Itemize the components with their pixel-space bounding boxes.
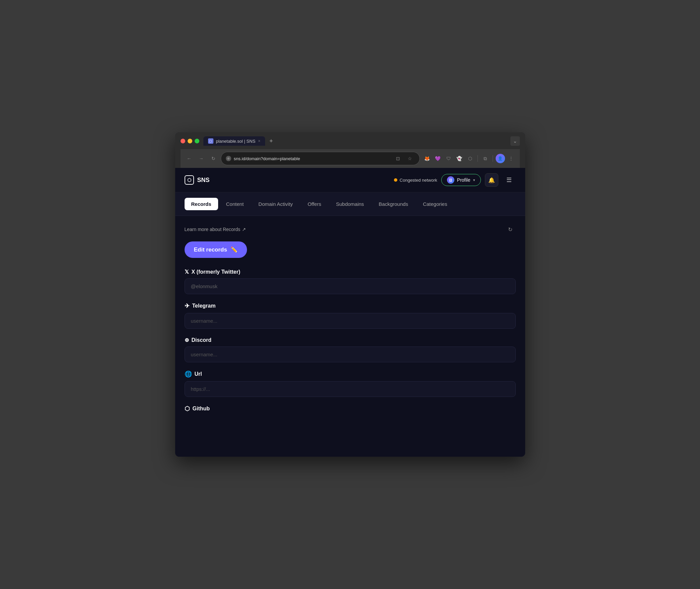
twitter-label: 𝕏 X (formerly Twitter) (185, 269, 516, 275)
traffic-lights (181, 139, 199, 143)
edit-records-label: Edit records (194, 246, 227, 253)
nav-right: Congested network 🖼 Profile ▾ 🔔 ☰ (394, 173, 516, 187)
pencil-icon: ✏️ (231, 246, 238, 253)
telegram-input[interactable] (185, 313, 516, 329)
main-content: Learn more about Records ↗ ↻ Edit record… (175, 216, 525, 428)
refresh-icon: ↻ (508, 226, 512, 233)
toolbar-divider-2 (493, 155, 493, 162)
logo: ⬡ SNS (185, 175, 210, 185)
bookmark-icon[interactable]: ☆ (405, 154, 415, 163)
app-content: ⬡ SNS Congested network 🖼 Profile ▾ 🔔 ☰ (175, 168, 525, 457)
telegram-label: ✈ Telegram (185, 302, 516, 310)
logo-icon: ⬡ (185, 175, 194, 185)
tab-content[interactable]: Content (219, 198, 251, 210)
cast-icon[interactable]: ⊡ (393, 154, 403, 163)
url-label: 🌐 Url (185, 370, 516, 378)
menu-icon: ☰ (506, 176, 512, 184)
browser-toolbar: ← → ↻ ⊕ sns.id/domain?domain=planetable … (181, 149, 520, 168)
toolbar-actions: 🦊 💜 🛡 👻 ⬡ ⧉ 👤 ⋮ (422, 154, 516, 163)
refresh-button[interactable]: ↻ (209, 154, 218, 163)
external-link-icon: ↗ (242, 227, 246, 232)
url-field-section: 🌐 Url (185, 370, 516, 397)
twitter-input[interactable] (185, 278, 516, 294)
extensions-icon[interactable]: ⧉ (481, 154, 490, 163)
toolbar-divider (478, 155, 478, 162)
globe-icon: 🌐 (185, 370, 192, 378)
tab-offers[interactable]: Offers (301, 198, 328, 210)
traffic-light-minimize[interactable] (188, 139, 192, 143)
logo-text: SNS (197, 177, 210, 184)
browser-chrome: ⬡ planetable.sol | SNS × + ⌄ ← → ↻ ⊕ sns… (175, 132, 525, 168)
traffic-light-close[interactable] (181, 139, 185, 143)
learn-more-link[interactable]: Learn more about Records ↗ (185, 227, 246, 232)
hamburger-menu[interactable]: ☰ (502, 173, 516, 187)
tab-bar: ⬡ planetable.sol | SNS × + ⌄ (203, 136, 520, 146)
network-dot (394, 178, 397, 182)
twitter-field-section: 𝕏 X (formerly Twitter) (185, 269, 516, 294)
extension-ghost[interactable]: 👻 (455, 154, 464, 163)
new-tab-button[interactable]: + (266, 136, 276, 146)
chevron-down-icon: ▾ (473, 178, 475, 182)
discord-icon: ⊕ (185, 337, 189, 343)
edit-records-button[interactable]: Edit records ✏️ (185, 241, 247, 258)
traffic-light-maximize[interactable] (195, 139, 199, 143)
address-text: sns.id/domain?domain=planetable (234, 156, 391, 161)
network-label: Congested network (400, 178, 437, 183)
profile-label: Profile (457, 177, 470, 183)
twitter-icon: 𝕏 (185, 269, 189, 275)
tab-navigation: Records Content Domain Activity Offers S… (175, 192, 525, 216)
extension-cube[interactable]: ⬡ (465, 154, 475, 163)
bell-icon: 🔔 (488, 177, 495, 183)
discord-field-section: ⊕ Discord (185, 337, 516, 362)
tab-records[interactable]: Records (185, 198, 218, 210)
avatar-image: 👤 (496, 154, 505, 163)
discord-label: ⊕ Discord (185, 337, 516, 343)
tab-subdomains[interactable]: Subdomains (329, 198, 370, 210)
refresh-records-button[interactable]: ↻ (505, 224, 516, 235)
discord-input[interactable] (185, 347, 516, 362)
forward-button[interactable]: → (197, 154, 206, 163)
tab-categories[interactable]: Categories (416, 198, 454, 210)
tab-close-btn[interactable]: × (258, 139, 260, 143)
tab-expand-button[interactable]: ⌄ (510, 136, 520, 146)
address-security-icon: ⊕ (226, 156, 231, 161)
github-label: ⬡ Github (185, 405, 516, 412)
extension-shield[interactable]: 🛡 (444, 154, 453, 163)
more-menu-icon[interactable]: ⋮ (506, 154, 516, 163)
tab-favicon: ⬡ (208, 138, 213, 144)
user-avatar[interactable]: 👤 (496, 154, 505, 163)
notification-button[interactable]: 🔔 (485, 173, 498, 187)
profile-avatar: 🖼 (447, 176, 454, 184)
top-nav: ⬡ SNS Congested network 🖼 Profile ▾ 🔔 ☰ (175, 168, 525, 192)
tab-domain-activity[interactable]: Domain Activity (252, 198, 300, 210)
extension-purple[interactable]: 💜 (433, 154, 443, 163)
url-input[interactable] (185, 381, 516, 397)
browser-titlebar: ⬡ planetable.sol | SNS × + ⌄ (181, 136, 520, 146)
browser-tab-active[interactable]: ⬡ planetable.sol | SNS × (203, 136, 265, 146)
address-bar[interactable]: ⊕ sns.id/domain?domain=planetable ⊡ ☆ (221, 152, 420, 165)
tab-title: planetable.sol | SNS (216, 139, 256, 144)
network-status: Congested network (394, 178, 437, 183)
profile-button[interactable]: 🖼 Profile ▾ (441, 174, 481, 186)
github-field-section: ⬡ Github (185, 405, 516, 412)
tab-backgrounds[interactable]: Backgrounds (372, 198, 415, 210)
records-header: Learn more about Records ↗ ↻ (185, 224, 516, 235)
telegram-icon: ✈ (185, 302, 190, 310)
github-icon: ⬡ (185, 405, 190, 412)
telegram-field-section: ✈ Telegram (185, 302, 516, 329)
browser-window: ⬡ planetable.sol | SNS × + ⌄ ← → ↻ ⊕ sns… (175, 132, 525, 457)
back-button[interactable]: ← (185, 154, 194, 163)
extension-fox[interactable]: 🦊 (422, 154, 432, 163)
